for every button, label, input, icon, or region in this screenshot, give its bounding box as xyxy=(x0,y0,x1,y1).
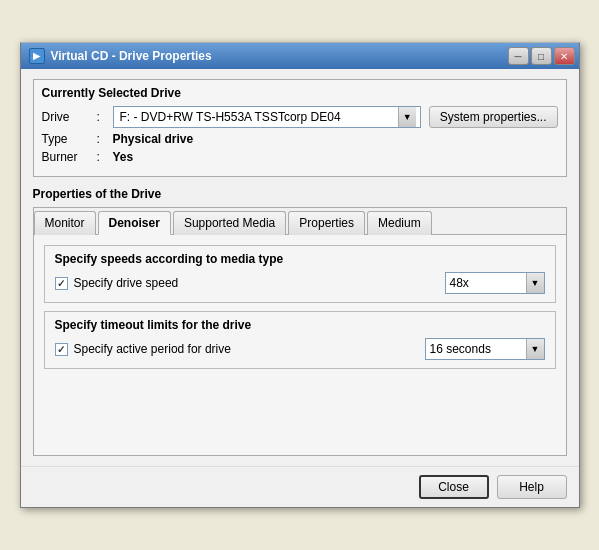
speeds-checkbox-label: Specify drive speed xyxy=(74,276,179,290)
burner-colon: : xyxy=(97,150,113,164)
speeds-dropdown[interactable]: 48x ▼ xyxy=(445,272,545,294)
tab-supported-media-label: Supported Media xyxy=(184,216,275,230)
drive-row: Drive : F: - DVD+RW TS-H553A TSSTcorp DE… xyxy=(42,106,558,128)
speeds-checkbox[interactable] xyxy=(55,277,68,290)
timeout-checkbox-label: Specify active period for drive xyxy=(74,342,231,356)
timeout-checkbox-row: Specify active period for drive 16 secon… xyxy=(55,338,545,360)
tab-properties[interactable]: Properties xyxy=(288,211,365,235)
title-controls: ─ □ ✕ xyxy=(508,47,575,65)
burner-value: Yes xyxy=(113,150,134,164)
title-bar: ▶ Virtual CD - Drive Properties ─ □ ✕ xyxy=(21,43,579,69)
tabs-row: Monitor Denoiser Supported Media Propert… xyxy=(34,208,566,235)
timeout-dropdown-value: 16 seconds xyxy=(426,342,526,356)
speeds-checkbox-row: Specify drive speed 48x ▼ xyxy=(55,272,545,294)
window-title: Virtual CD - Drive Properties xyxy=(51,49,212,63)
properties-section: Monitor Denoiser Supported Media Propert… xyxy=(33,207,567,456)
timeout-group: Specify timeout limits for the drive Spe… xyxy=(44,311,556,369)
type-colon: : xyxy=(97,132,113,146)
drive-label: Drive xyxy=(42,110,97,124)
timeout-checkbox-left: Specify active period for drive xyxy=(55,342,231,356)
timeout-dropdown-arrow[interactable]: ▼ xyxy=(526,339,544,359)
drive-colon: : xyxy=(97,110,113,124)
timeout-checkbox[interactable] xyxy=(55,343,68,356)
tab-monitor-label: Monitor xyxy=(45,216,85,230)
footer: Close Help xyxy=(21,466,579,507)
system-properties-button[interactable]: System properties... xyxy=(429,106,558,128)
close-button[interactable]: ✕ xyxy=(554,47,575,65)
drive-dropdown-arrow[interactable]: ▼ xyxy=(398,107,416,127)
currently-selected-drive-label: Currently Selected Drive xyxy=(42,80,558,100)
tab-denoiser-label: Denoiser xyxy=(109,216,160,230)
type-label: Type xyxy=(42,132,97,146)
currently-selected-drive-group: Currently Selected Drive Drive : F: - DV… xyxy=(33,79,567,177)
timeout-group-label: Specify timeout limits for the drive xyxy=(55,318,545,332)
properties-section-label: Properties of the Drive xyxy=(33,185,567,203)
speeds-dropdown-arrow[interactable]: ▼ xyxy=(526,273,544,293)
tabs-container: Monitor Denoiser Supported Media Propert… xyxy=(34,208,566,455)
tab-supported-media[interactable]: Supported Media xyxy=(173,211,286,235)
speeds-dropdown-value: 48x xyxy=(446,276,526,290)
help-button[interactable]: Help xyxy=(497,475,567,499)
type-row: Type : Physical drive xyxy=(42,132,558,146)
main-content: Currently Selected Drive Drive : F: - DV… xyxy=(21,69,579,466)
burner-label: Burner xyxy=(42,150,97,164)
burner-row: Burner : Yes xyxy=(42,150,558,164)
window: ▶ Virtual CD - Drive Properties ─ □ ✕ Cu… xyxy=(20,42,580,508)
drive-select-container: F: - DVD+RW TS-H553A TSSTcorp DE04 ▼ Sys… xyxy=(113,106,558,128)
speeds-group: Specify speeds according to media type S… xyxy=(44,245,556,303)
drive-dropdown[interactable]: F: - DVD+RW TS-H553A TSSTcorp DE04 ▼ xyxy=(113,106,421,128)
app-icon: ▶ xyxy=(29,48,45,64)
speeds-checkbox-left: Specify drive speed xyxy=(55,276,179,290)
title-bar-text: ▶ Virtual CD - Drive Properties xyxy=(29,48,212,64)
tab-monitor[interactable]: Monitor xyxy=(34,211,96,235)
tab-medium-label: Medium xyxy=(378,216,421,230)
type-value: Physical drive xyxy=(113,132,194,146)
timeout-dropdown[interactable]: 16 seconds ▼ xyxy=(425,338,545,360)
drive-dropdown-value: F: - DVD+RW TS-H553A TSSTcorp DE04 xyxy=(118,110,341,124)
denoiser-tab-content: Specify speeds according to media type S… xyxy=(34,235,566,455)
tab-properties-label: Properties xyxy=(299,216,354,230)
tab-medium[interactable]: Medium xyxy=(367,211,432,235)
minimize-button[interactable]: ─ xyxy=(508,47,529,65)
speeds-group-label: Specify speeds according to media type xyxy=(55,252,545,266)
maximize-button[interactable]: □ xyxy=(531,47,552,65)
tab-denoiser[interactable]: Denoiser xyxy=(98,211,171,235)
close-dialog-button[interactable]: Close xyxy=(419,475,489,499)
